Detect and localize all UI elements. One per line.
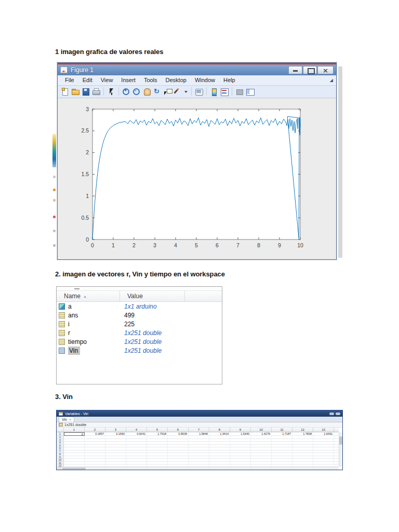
menu-desktop[interactable]: Desktop	[162, 76, 191, 84]
cell-r1-c11[interactable]: 1.7187	[272, 432, 292, 436]
x-tick-label: 8	[257, 242, 260, 248]
column-header-5[interactable]: 5	[147, 428, 168, 432]
column-header-6[interactable]: 6	[168, 428, 189, 432]
menu-tools[interactable]: Tools	[140, 76, 162, 84]
variable-name: r	[68, 329, 70, 337]
brush-caret-icon[interactable]	[184, 87, 189, 96]
horizontal-scrollbar-thumb[interactable]	[62, 468, 86, 470]
column-header-value[interactable]: Value	[120, 291, 185, 301]
variables-window: Variables - Vin Vin × 1x251 double 12345…	[56, 410, 343, 470]
dock-icon[interactable]	[336, 413, 340, 415]
column-header-1[interactable]: 1	[64, 428, 85, 432]
horizontal-scrollbar[interactable]	[57, 467, 339, 470]
menu-insert[interactable]: Insert	[117, 76, 140, 84]
open-folder-icon[interactable]	[71, 87, 80, 96]
close-button[interactable]	[317, 66, 334, 74]
workspace-row-i[interactable]: i225	[57, 320, 222, 328]
cell-r1-c2[interactable]: 0.1857	[85, 432, 105, 436]
cell-r1-c3[interactable]: 0.1560	[105, 432, 126, 436]
value-header-label: Value	[127, 292, 143, 300]
cell-r1-c12[interactable]: 1.7808	[292, 432, 313, 436]
edge-artifact-dot	[53, 199, 56, 202]
cell-r1-c1[interactable]: 0	[64, 432, 85, 436]
menu-help[interactable]: Help	[219, 76, 240, 84]
cell-r1-c6[interactable]: 0.9539	[168, 432, 189, 436]
cell-r1-c5[interactable]: 1.7918	[147, 432, 168, 436]
menu-view[interactable]: View	[97, 76, 117, 84]
cell-r1-c8[interactable]: 1.3414	[209, 432, 230, 436]
column-header-3[interactable]: 3	[105, 428, 126, 432]
panel-actions-icon[interactable]	[329, 413, 334, 415]
variable-name: Vin	[68, 347, 80, 355]
link-plots-icon[interactable]	[194, 87, 204, 96]
cell-r1-c4[interactable]: 0.6041	[126, 432, 147, 436]
x-tick-label: 7	[236, 242, 240, 248]
menu-items: FileEditViewInsertToolsDesktopWindowHelp	[61, 77, 240, 83]
caption-3: 3. Vin	[55, 393, 73, 401]
print-icon[interactable]	[91, 87, 101, 96]
column-header-8[interactable]: 8	[209, 428, 230, 432]
variables-panel-icon	[59, 412, 63, 416]
x-tick-label: 0	[91, 242, 94, 248]
figure-toolbar	[58, 86, 336, 98]
variable-name: i	[68, 321, 70, 328]
cell-r1-c7[interactable]: 1.5846	[189, 432, 209, 436]
menu-file[interactable]: File	[61, 76, 78, 84]
show-plot-tools-icon[interactable]	[245, 87, 255, 96]
tab-close-icon[interactable]: ×	[69, 418, 71, 421]
vertical-scrollbar[interactable]	[339, 432, 342, 467]
workspace-row-a[interactable]: a1x1 arduino	[57, 302, 222, 311]
brush-icon[interactable]	[174, 87, 183, 96]
maximize-button[interactable]	[303, 66, 317, 74]
column-header-7[interactable]: 7	[189, 428, 209, 432]
insert-colorbar-icon[interactable]	[209, 87, 219, 96]
column-header-13[interactable]: 13	[313, 428, 334, 432]
workspace-row-r[interactable]: r1x251 double	[57, 328, 222, 337]
edge-artifact-dot	[53, 230, 56, 232]
cell-r1-c13[interactable]: 1.6491	[313, 432, 334, 436]
menu-edit[interactable]: Edit	[78, 76, 97, 84]
save-icon[interactable]	[81, 87, 90, 96]
pan-icon[interactable]	[142, 87, 152, 96]
column-header-12[interactable]: 12	[292, 428, 313, 432]
column-header-10[interactable]: 10	[251, 428, 272, 432]
matlab-figure-icon	[60, 66, 68, 73]
minimize-button[interactable]	[288, 66, 302, 74]
numeric-grid-icon	[59, 423, 63, 427]
column-header-name[interactable]: Name ▲	[57, 291, 120, 301]
rotate-3d-icon[interactable]	[153, 87, 162, 96]
edge-artifact-dot	[53, 189, 56, 191]
variable-value: 1x251 double	[124, 338, 162, 345]
zoom-out-icon[interactable]	[132, 87, 141, 96]
data-cursor-icon[interactable]	[163, 87, 172, 96]
y-tick-label: 1.5	[81, 171, 89, 177]
workspace-row-tiempo[interactable]: tiempo1x251 double	[57, 337, 222, 346]
object-cube-icon	[59, 303, 65, 310]
partial-cell	[334, 432, 339, 436]
insert-legend-icon[interactable]	[220, 87, 229, 96]
pointer-icon[interactable]	[107, 87, 116, 96]
variable-type-row: 1x251 double	[57, 422, 342, 428]
cell-r1-c9[interactable]: 1.5340	[230, 432, 251, 436]
edge-artifact-dot	[53, 176, 56, 178]
workspace-row-ans[interactable]: ans499	[57, 311, 222, 320]
edge-artifact-colormap	[52, 134, 56, 167]
cell-r1-c10[interactable]: 1.4276	[251, 432, 272, 436]
scroll-left-button[interactable]	[57, 467, 61, 470]
numeric-grid-blue-icon	[59, 348, 65, 354]
zoom-in-icon[interactable]	[122, 87, 131, 96]
tab-vin[interactable]: Vin ×	[59, 417, 74, 422]
column-header-11[interactable]: 11	[272, 428, 292, 432]
edge-artifact-band	[338, 66, 342, 258]
document-page: 1 imagen grafica de valores reales Figur…	[0, 0, 399, 532]
column-header-4[interactable]: 4	[126, 428, 147, 432]
vertical-scrollbar-thumb[interactable]	[339, 436, 342, 445]
hide-plot-tools-icon[interactable]	[235, 87, 244, 96]
menu-window[interactable]: Window	[191, 76, 219, 84]
new-file-icon[interactable]	[60, 87, 70, 96]
column-header-9[interactable]: 9	[230, 428, 251, 432]
variable-name-cell: tiempo	[68, 338, 124, 345]
dock-figure-icon[interactable]: ◢	[330, 78, 333, 83]
column-header-2[interactable]: 2	[85, 428, 105, 432]
workspace-row-vin[interactable]: Vin1x251 double	[57, 346, 222, 355]
